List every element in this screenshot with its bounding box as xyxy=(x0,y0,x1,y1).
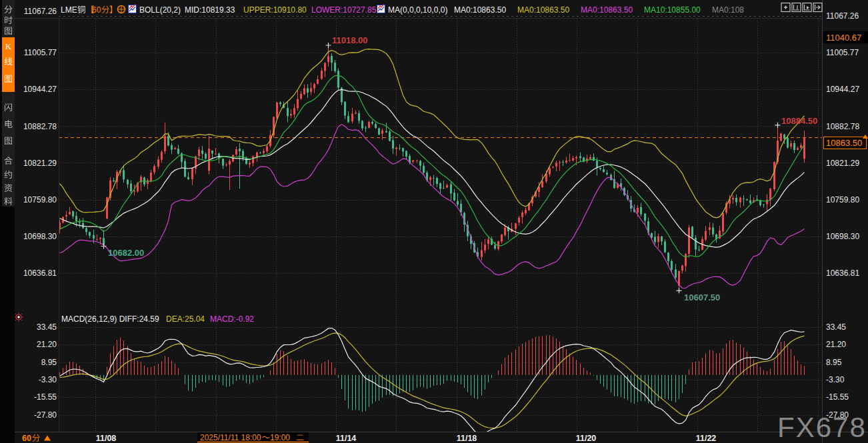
svg-text:10821.29: 10821.29 xyxy=(23,159,57,168)
svg-text:10944.27: 10944.27 xyxy=(23,85,57,94)
svg-text:FX678: FX678 xyxy=(777,412,867,443)
svg-text:8.95: 8.95 xyxy=(826,358,842,367)
svg-text:11005.77: 11005.77 xyxy=(826,48,859,57)
svg-text:33.45: 33.45 xyxy=(37,322,57,332)
svg-text:11067.26: 11067.26 xyxy=(826,11,859,21)
svg-text:10863.50: 10863.50 xyxy=(826,138,862,148)
svg-text:10821.29: 10821.29 xyxy=(826,159,859,168)
svg-text:19:00: 19:00 xyxy=(270,433,290,442)
svg-text:LME: LME xyxy=(61,5,77,15)
svg-text:MA0:10863.50: MA0:10863.50 xyxy=(454,5,506,15)
svg-text:60: 60 xyxy=(92,5,101,15)
svg-text:UPPER:10910.80: UPPER:10910.80 xyxy=(243,5,307,15)
svg-text:2025/11/11 18:00: 2025/11/11 18:00 xyxy=(200,433,261,442)
svg-text:10636.81: 10636.81 xyxy=(23,268,57,278)
svg-text:11/08: 11/08 xyxy=(96,434,117,443)
svg-text:11/14: 11/14 xyxy=(336,434,357,443)
svg-text:11/18: 11/18 xyxy=(457,434,477,443)
svg-text:10884.50: 10884.50 xyxy=(781,116,817,126)
svg-text:-3.30: -3.30 xyxy=(826,375,845,384)
svg-text:-3.30: -3.30 xyxy=(39,375,57,384)
svg-text:21.20: 21.20 xyxy=(37,340,57,349)
svg-text:-15.55: -15.55 xyxy=(34,392,57,402)
svg-text:MACD:-0.92: MACD:-0.92 xyxy=(210,314,254,324)
svg-text:11/20: 11/20 xyxy=(576,434,597,443)
svg-text:11005.77: 11005.77 xyxy=(24,48,57,57)
svg-text:10882.78: 10882.78 xyxy=(826,122,859,131)
svg-text:MACD(26,12,9) DIFF:24.59: MACD(26,12,9) DIFF:24.59 xyxy=(61,314,159,324)
svg-text:LOWER:10727.85: LOWER:10727.85 xyxy=(311,5,377,15)
svg-text:BOLL(20,2): BOLL(20,2) xyxy=(139,5,181,15)
svg-text:MA0:108: MA0:108 xyxy=(712,5,744,15)
svg-text:21.20: 21.20 xyxy=(826,340,846,349)
svg-text:60: 60 xyxy=(22,434,31,443)
svg-text:11018.00: 11018.00 xyxy=(332,35,368,45)
svg-text:10636.81: 10636.81 xyxy=(826,268,859,278)
svg-text:MA10:10855.00: MA10:10855.00 xyxy=(644,5,701,15)
svg-text:10944.27: 10944.27 xyxy=(826,85,859,94)
svg-text:10759.80: 10759.80 xyxy=(23,195,57,205)
svg-text:10882.78: 10882.78 xyxy=(23,122,57,131)
svg-text:8.95: 8.95 xyxy=(41,358,57,367)
svg-text:-27.80: -27.80 xyxy=(34,410,57,420)
svg-text:10682.00: 10682.00 xyxy=(108,248,144,258)
svg-text:10698.30: 10698.30 xyxy=(826,232,859,241)
svg-text:DEA:25.04: DEA:25.04 xyxy=(166,314,205,324)
svg-text:MID:10819.33: MID:10819.33 xyxy=(185,5,235,15)
svg-text:10759.80: 10759.80 xyxy=(826,195,859,205)
svg-text:11040.67: 11040.67 xyxy=(826,33,861,43)
svg-text:11067.26: 11067.26 xyxy=(24,7,57,16)
svg-text:33.45: 33.45 xyxy=(826,322,846,332)
svg-text:10607.50: 10607.50 xyxy=(684,292,720,302)
svg-text:MA0:10863.50: MA0:10863.50 xyxy=(581,5,633,15)
svg-text:K: K xyxy=(5,41,12,51)
svg-text:10698.30: 10698.30 xyxy=(23,232,57,241)
svg-text:11/22: 11/22 xyxy=(696,434,717,443)
svg-text:MA(0,0,0,10,0,0): MA(0,0,0,10,0,0) xyxy=(388,5,447,15)
svg-text:-15.55: -15.55 xyxy=(826,392,849,402)
svg-text:MA0:10863.50: MA0:10863.50 xyxy=(517,5,569,15)
